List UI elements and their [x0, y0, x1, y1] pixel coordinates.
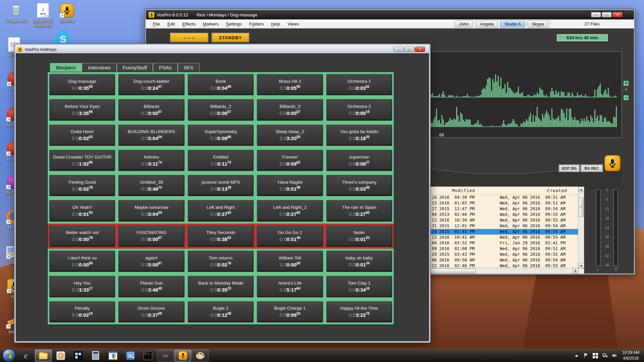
hotkey-thiry-seconds[interactable]: Thiry Seconds0:00:3802 — [188, 226, 254, 247]
hotkey-three-s-company[interactable]: Three's company0:00:0306 — [326, 175, 392, 196]
user-button-studio-a[interactable]: Studio A — [500, 20, 525, 27]
tab-funnystuff[interactable]: FunnyStuff — [117, 63, 153, 72]
taskbar-control-panel[interactable] — [122, 350, 139, 362]
maximize-button[interactable]: □ — [602, 12, 612, 17]
menu-edit[interactable]: Edit — [164, 20, 178, 28]
desktop-icon-burden-kb-bass-mp3[interactable]: ♪MP3Burden KB Bass.mp3 — [30, 3, 56, 28]
minimize-button[interactable]: – — [393, 47, 404, 52]
hotkey-forever[interactable]: Forever0:00:0962 — [257, 150, 323, 171]
file-row[interactable]: 04 2016 03:32 PMFri, Jan 29 2016 02:41 P… — [417, 240, 584, 246]
hotkey-orchestra-1[interactable]: Orchestra 10:00:0381 — [326, 74, 392, 95]
taskbar-voxpro[interactable] — [174, 350, 191, 362]
scroll-thumb[interactable] — [579, 197, 584, 217]
user-button-skype[interactable]: Skype — [528, 20, 548, 27]
hotkey-william-tell[interactable]: William Tell0:00:0000 — [257, 251, 323, 272]
file-row[interactable]: 23 2016 01:03 PMWed, Apr 06 2016 09:51 A… — [417, 200, 584, 206]
close-button[interactable]: × — [612, 12, 623, 17]
file-row[interactable]: 13 2016 10:39 AMWed, Apr 06 2016 09:55 A… — [417, 218, 584, 223]
scroll-up-button[interactable] — [578, 187, 584, 192]
hotkey-drum-groove[interactable]: Drum Groove0:00:3759 — [118, 301, 184, 322]
record-mic-button[interactable] — [604, 155, 621, 171]
menu-settings[interactable]: Settings — [222, 20, 246, 28]
minimize-button[interactable]: – — [591, 12, 601, 17]
hotkey-superman[interactable]: superman0:00:0827 — [326, 150, 392, 171]
hotkey-brass-hit-2[interactable]: Brass Hit 20:00:0595 — [257, 74, 323, 95]
menu-help[interactable]: Help — [267, 20, 284, 28]
file-row[interactable]: 13 2016 10:41 AMWed, Apr 06 2016 09:55 A… — [417, 235, 584, 240]
volume-icon[interactable] — [610, 349, 618, 362]
hotkey-orchestra-2[interactable]: Orchestra 20:00:0519 — [326, 99, 392, 120]
file-row[interactable]: 09 2016 02:08 PMWed, Apr 06 2016 09:51 A… — [417, 246, 584, 252]
file-row[interactable]: 06 2016 09:58 AMWed, Apr 06 2016 09:54 A… — [417, 257, 584, 263]
hotkey-go-go-go-2[interactable]: Go Go Go 20:00:5140 — [257, 226, 323, 247]
hotkey-fascinating[interactable]: FASCINATING0:00:0087 — [118, 226, 184, 247]
desktop-icon-voxpro6[interactable]: ↗VoxPro6 — [54, 3, 80, 24]
horizontal-scrollbar[interactable] — [417, 268, 579, 274]
network-icon[interactable] — [601, 349, 609, 362]
hotkey-david-crowder-toy-guitar[interactable]: David Crowder TOY GUITAR0:01:0295 — [49, 150, 115, 171]
menu-markers[interactable]: Markers — [199, 20, 222, 28]
user-button-angela[interactable]: Angela — [476, 20, 498, 27]
scroll-down-button[interactable] — [578, 263, 584, 268]
tab-bloopers[interactable]: Bloopers — [50, 63, 82, 72]
hotkey-billiards-3[interactable]: Billiards_30:00:0067 — [257, 99, 323, 120]
edit-bg-button[interactable]: EDIT BG — [559, 165, 579, 172]
hotkey-building-blunders[interactable]: BUILDING BLUNDERS0:00:0404 — [118, 125, 184, 146]
taskbar-media-player[interactable] — [52, 350, 69, 362]
tab-sfx[interactable]: SFX — [178, 63, 200, 72]
hotkey-better-watch-out[interactable]: Better watch out0:00:0078 — [49, 226, 115, 247]
hotkey-tom-clap-1[interactable]: Tom Clap 10:00:3416 — [326, 276, 392, 297]
file-row[interactable]: 04 2013 02:40 PMWed, Apr 06 2016 09:55 A… — [417, 212, 584, 218]
column-modified[interactable]: Modified — [452, 188, 475, 193]
hotkey-faster[interactable]: faster0:00:0193 — [326, 226, 392, 247]
hotkey-hohoho[interactable]: hohoho0:00:1174 — [118, 150, 184, 171]
standby-button[interactable]: STANDBY — [212, 33, 249, 42]
hotkey-planet-gun[interactable]: Planet Gun0:03:4640 — [118, 276, 184, 297]
hotkey-hey-you[interactable]: Hey You0:03:3317 — [49, 276, 115, 297]
column-created[interactable]: Created — [547, 188, 567, 193]
tab-psas[interactable]: PSAs — [153, 63, 178, 72]
hotkey-amira-s-life[interactable]: Amira's Life0:05:1764 — [257, 276, 323, 297]
hotkey-the-rain-in-spain[interactable]: The rain in Spain0:00:2783 — [326, 200, 392, 221]
hotkey-billiards-2[interactable]: Billiards_20:00:0067 — [188, 99, 254, 120]
hotkey-maybe-tomorrow[interactable]: Maybe tomorrow0:00:0404 — [118, 200, 184, 221]
hotkey-supersymmetry[interactable]: SuperSymmetry0:00:0980 — [188, 125, 254, 146]
user-button-john[interactable]: John — [454, 20, 473, 27]
taskbar-calculator[interactable] — [87, 350, 104, 362]
hotkey-i-don-t-think-so[interactable]: I don't think so0:00:0099 — [49, 251, 115, 272]
hotkey-before-your-eyes[interactable]: Before Your Eyes0:03:2696 — [49, 99, 115, 120]
taskbar-windows-explorer[interactable] — [35, 350, 52, 362]
cart-slot-button[interactable]: – – – — [170, 33, 208, 42]
taskbar-visual-studio[interactable]: ∞ — [157, 350, 174, 362]
hotkey-back-to-monday-mode[interactable]: Back to Monday Mode0:00:3523 — [188, 276, 254, 297]
hotkey-untitled-28[interactable]: Untitled_280:00:4874 — [118, 175, 184, 196]
windows-update-icon[interactable] — [591, 349, 599, 362]
hotkey-outta-here-[interactable]: Outta Here!0:00:0263 — [49, 125, 115, 146]
hotkeys-titlebar[interactable]: VoxPro HotKeys – □ × — [16, 45, 429, 53]
hotkey-oh-yeah-[interactable]: Oh Yeah?0:00:0193 — [49, 200, 115, 221]
taskbar-mfc-application[interactable] — [70, 350, 87, 362]
hotkey-hava-nagila[interactable]: Hava Nagila0:00:5198 — [257, 175, 323, 196]
scroll-thumb-horizontal[interactable] — [423, 268, 476, 274]
taskbar-clock[interactable]: 10:28 AM 4/6/2016 — [619, 350, 644, 361]
taskbar-internet-explorer[interactable]: e — [17, 350, 34, 362]
scroll-right-button[interactable] — [573, 268, 579, 274]
zoom-out-button[interactable]: − — [623, 95, 629, 101]
hotkey-penalty[interactable]: Penalty0:00:0219 — [49, 301, 115, 322]
hotkey-tom-returns[interactable]: Tom returns0:00:0278 — [188, 251, 254, 272]
tray-chevron-icon[interactable] — [573, 349, 581, 362]
hotkey-jurassic-world-mp3[interactable]: jurassic world MP30:00:1329 — [188, 175, 254, 196]
menu-file[interactable]: File — [149, 20, 164, 28]
taskbar-paint[interactable] — [192, 350, 209, 362]
zoom-in-button[interactable]: + — [623, 80, 629, 86]
close-button[interactable]: × — [415, 47, 425, 52]
maximize-button[interactable]: □ — [404, 47, 414, 52]
hotkey-bugle-2[interactable]: Bugle 20:00:1209 — [188, 301, 254, 322]
action-center-flag-icon[interactable] — [582, 349, 590, 362]
menu-views[interactable]: Views — [284, 20, 303, 28]
file-list-header[interactable]: Modified Created — [417, 187, 584, 195]
hotkey-billiards[interactable]: Billiards0:00:0067 — [118, 99, 184, 120]
hotkey-entitled[interactable]: Entitled0:00:1174 — [188, 150, 254, 171]
file-row[interactable]: 27 2015 12:47 PMWed, Apr 06 2016 09:54 A… — [417, 206, 584, 212]
main-titlebar[interactable]: VoxPro 6.0.0.12 Rick / Mondays / Dog-mas… — [146, 10, 634, 19]
